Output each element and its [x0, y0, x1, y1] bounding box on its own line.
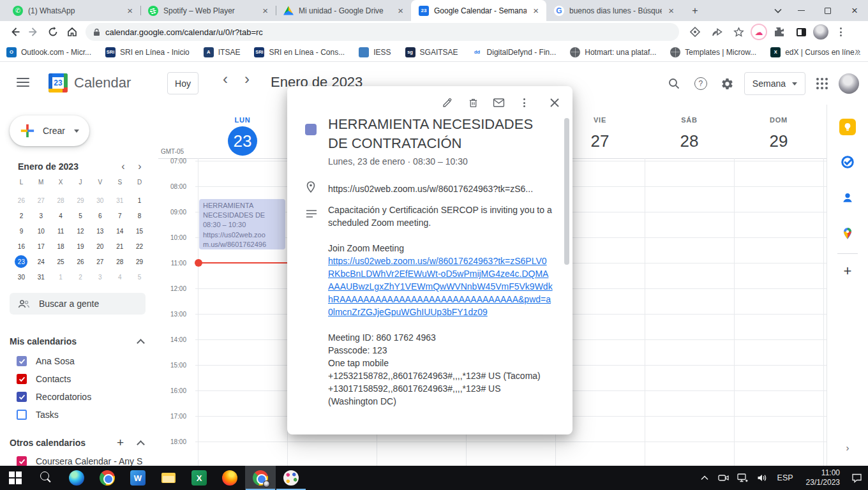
side-panel-icon[interactable]: [791, 22, 811, 41]
next-week-icon[interactable]: ›: [237, 70, 257, 88]
minical-day[interactable]: 7: [114, 209, 126, 222]
home-icon[interactable]: [63, 22, 82, 41]
taskbar-edge-button[interactable]: [61, 466, 92, 490]
minical-day[interactable]: 30: [94, 194, 107, 207]
browser-tab[interactable]: Gbuenos dias lunes - Búsqued×: [546, 0, 682, 21]
browser-menu-kebab-icon[interactable]: [831, 22, 850, 41]
meet-now-camera-icon[interactable]: [716, 470, 731, 486]
bookmark-item[interactable]: Templates | Microw...: [670, 47, 756, 57]
event-location-link[interactable]: https://us02web.zoom.us/w/86017624963?tk…: [328, 184, 555, 194]
other-calendars-heading[interactable]: Otros calendarios +: [10, 436, 149, 450]
bookmark-item[interactable]: sgSGAITSAE: [405, 47, 458, 57]
minical-day[interactable]: 13: [94, 225, 107, 237]
contacts-icon[interactable]: [837, 187, 858, 209]
search-icon[interactable]: [664, 73, 684, 94]
popup-more-options-kebab-icon[interactable]: [511, 94, 537, 112]
minical-day[interactable]: 11: [54, 225, 67, 237]
action-center-icon[interactable]: [849, 470, 864, 486]
minical-day[interactable]: 15: [133, 225, 146, 237]
bookmark-item[interactable]: SRiSRI en Línea - Inicio: [105, 47, 190, 57]
bookmark-item[interactable]: SRiSRI en Línea - Cons...: [254, 47, 345, 57]
taskbar-firefox-button[interactable]: [214, 466, 245, 490]
browser-profile-avatar[interactable]: [813, 24, 828, 40]
day-header[interactable]: SÁB28: [645, 116, 734, 156]
checked-checkbox[interactable]: [17, 456, 27, 466]
help-icon[interactable]: ?: [691, 73, 711, 94]
minical-day[interactable]: 21: [114, 240, 126, 253]
minical-day[interactable]: 27: [94, 255, 107, 268]
bookmark-item[interactable]: XedX | Cursos en líne...: [770, 47, 861, 57]
bookmark-item[interactable]: IESS: [359, 47, 391, 57]
today-button[interactable]: Hoy: [167, 72, 198, 94]
hide-side-panel-icon[interactable]: ›: [846, 442, 849, 453]
extensions-puzzle-icon[interactable]: [770, 22, 789, 41]
day-header[interactable]: DOM29: [734, 116, 823, 156]
minical-day[interactable]: 2: [74, 271, 87, 283]
tab-close-icon[interactable]: ×: [667, 6, 675, 15]
minical-day[interactable]: 25: [54, 255, 67, 268]
checked-checkbox[interactable]: [17, 356, 27, 366]
minical-day[interactable]: 30: [15, 271, 27, 283]
calendar-list-item[interactable]: Ana Sosa: [17, 356, 75, 366]
minical-day[interactable]: 14: [114, 225, 126, 237]
minical-prev-icon[interactable]: ‹: [115, 161, 131, 172]
minical-day[interactable]: 12: [74, 225, 87, 237]
minical-day[interactable]: 28: [114, 255, 126, 268]
reading-mode-icon[interactable]: [685, 22, 705, 41]
taskbar-excel-button[interactable]: X: [184, 466, 214, 490]
minical-day[interactable]: 19: [74, 240, 87, 253]
minical-day[interactable]: 23: [15, 255, 27, 268]
keep-icon[interactable]: [837, 116, 858, 138]
restore-button[interactable]: [814, 0, 841, 21]
checked-checkbox[interactable]: [17, 374, 27, 384]
minical-day[interactable]: 1: [54, 271, 67, 283]
settings-gear-icon[interactable]: [717, 73, 738, 94]
minimize-button[interactable]: [788, 0, 814, 21]
bookmark-item[interactable]: Hotmart: una plataf...: [570, 47, 656, 57]
create-button[interactable]: Crear: [10, 115, 89, 146]
minical-day[interactable]: 26: [15, 194, 27, 207]
account-avatar[interactable]: [839, 73, 859, 94]
view-selector-dropdown[interactable]: Semana: [744, 72, 805, 95]
edit-event-icon[interactable]: [435, 94, 460, 112]
minical-day[interactable]: 31: [34, 271, 47, 283]
calendar-list-item[interactable]: Coursera Calendar - Any S: [17, 456, 142, 466]
unchecked-checkbox[interactable]: [17, 410, 27, 420]
email-guests-icon[interactable]: [486, 94, 511, 112]
taskbar-paint-button[interactable]: [276, 466, 306, 490]
new-tab-button[interactable]: +: [687, 3, 703, 19]
minical-day[interactable]: 1: [133, 194, 146, 207]
prev-week-icon[interactable]: ‹: [216, 70, 235, 88]
minical-day[interactable]: 3: [34, 209, 47, 222]
browser-tab[interactable]: 23Google Calendar - Semana d×: [411, 0, 546, 21]
browser-tab[interactable]: Mi unidad - Google Drive×: [276, 0, 411, 21]
pinned-extension-icon[interactable]: ☁: [751, 24, 767, 40]
minical-day[interactable]: 31: [114, 194, 126, 207]
bookmark-item[interactable]: OOutlook.com - Micr...: [6, 47, 91, 57]
share-icon[interactable]: [707, 22, 726, 41]
network-icon[interactable]: [735, 470, 751, 486]
minical-day[interactable]: 18: [54, 240, 67, 253]
minical-day[interactable]: 9: [15, 225, 27, 237]
my-calendars-heading[interactable]: Mis calendarios: [10, 336, 149, 346]
tray-chevron-up-icon[interactable]: [697, 470, 712, 486]
minical-day[interactable]: 22: [133, 240, 146, 253]
maps-icon[interactable]: [837, 223, 858, 244]
taskbar-chrome-profile-button[interactable]: [245, 466, 276, 490]
tab-close-icon[interactable]: ×: [396, 6, 405, 15]
calendar-list-item[interactable]: Tasks: [17, 410, 59, 420]
tab-search-chevron-icon[interactable]: [768, 0, 788, 21]
minical-day[interactable]: 20: [94, 240, 107, 253]
minical-next-icon[interactable]: ›: [131, 161, 148, 172]
event-chip[interactable]: HERRAMIENTANECESIDADES DE08:30 – 10:30ht…: [199, 199, 285, 249]
minical-day[interactable]: 26: [74, 255, 87, 268]
taskbar-explorer-button[interactable]: [153, 466, 184, 490]
minical-day[interactable]: 27: [34, 194, 47, 207]
close-popup-icon[interactable]: [542, 94, 567, 112]
day-header[interactable]: LUN23: [198, 116, 287, 156]
volume-icon[interactable]: [754, 470, 770, 486]
get-addons-icon[interactable]: +: [844, 263, 852, 279]
reload-icon[interactable]: [43, 22, 63, 41]
minical-day[interactable]: 8: [133, 209, 146, 222]
forward-icon[interactable]: [24, 22, 43, 41]
